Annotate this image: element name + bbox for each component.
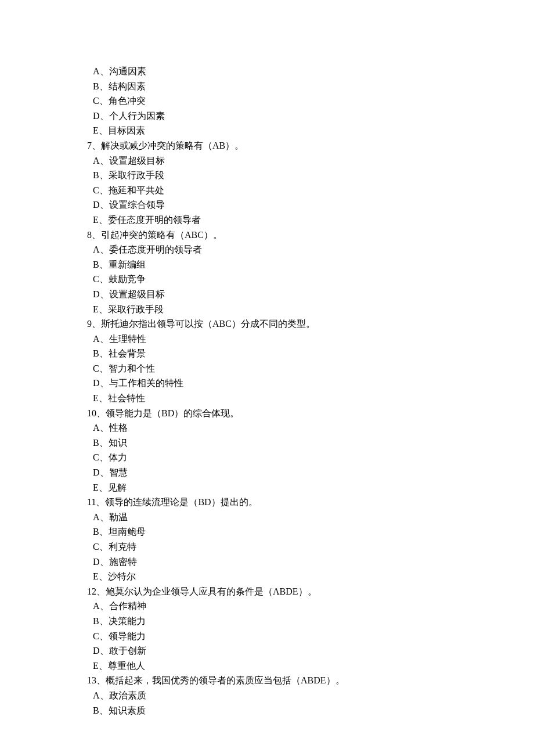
option-text: A、合作精神	[87, 599, 534, 614]
option-text: C、领导能力	[87, 629, 534, 644]
question-text: 12、鲍莫尔认为企业领导人应具有的条件是（ABDE）。	[87, 584, 534, 599]
option-text: C、体力	[87, 450, 534, 465]
option-text: E、见解	[87, 480, 534, 495]
document-content: A、沟通因素 B、结构因素 C、角色冲突 D、个人行为因素 E、目标因素 7、解…	[87, 64, 534, 718]
option-text: B、决策能力	[87, 614, 534, 629]
question-text: 8、引起冲突的策略有（ABC）。	[87, 228, 534, 243]
option-text: D、敢于创新	[87, 643, 534, 658]
option-text: A、性格	[87, 420, 534, 435]
option-text: B、结构因素	[87, 79, 534, 94]
option-text: B、社会背景	[87, 346, 534, 361]
option-text: B、知识素质	[87, 703, 534, 718]
option-text: E、尊重他人	[87, 658, 534, 674]
option-text: B、重新编组	[87, 257, 534, 272]
option-text: D、设置综合领导	[87, 197, 534, 213]
option-text: D、个人行为因素	[87, 109, 534, 124]
option-text: D、设置超级目标	[87, 287, 534, 302]
option-text: A、生理特性	[87, 332, 534, 347]
option-text: E、委任态度开明的领导者	[87, 213, 534, 228]
question-text: 10、领导能力是（BD）的综合体现。	[87, 406, 534, 421]
option-text: D、施密特	[87, 555, 534, 570]
option-text: B、坦南鲍母	[87, 524, 534, 539]
option-text: C、鼓励竞争	[87, 272, 534, 287]
option-text: B、知识	[87, 435, 534, 451]
option-text: C、利克特	[87, 539, 534, 555]
option-text: B、采取行政手段	[87, 168, 534, 183]
option-text: C、拖延和平共处	[87, 183, 534, 198]
option-text: A、委任态度开明的领导者	[87, 242, 534, 257]
option-text: A、政治素质	[87, 688, 534, 703]
question-text: 13、概括起来，我国优秀的领导者的素质应当包括（ABDE）。	[87, 673, 534, 688]
question-text: 9、斯托迪尔指出领导可以按（ABC）分成不同的类型。	[87, 316, 534, 332]
option-text: C、角色冲突	[87, 93, 534, 109]
option-text: E、目标因素	[87, 123, 534, 138]
question-text: 7、解决或减少冲突的策略有（AB）。	[87, 138, 534, 153]
option-text: E、沙特尔	[87, 569, 534, 584]
option-text: E、采取行政手段	[87, 302, 534, 317]
question-text: 11、领导的连续流理论是（BD）提出的。	[87, 495, 534, 510]
option-text: A、沟通因素	[87, 64, 534, 79]
option-text: C、智力和个性	[87, 361, 534, 376]
option-text: D、与工作相关的特性	[87, 376, 534, 391]
option-text: E、社会特性	[87, 391, 534, 406]
option-text: D、智慧	[87, 465, 534, 480]
option-text: A、勒温	[87, 510, 534, 525]
option-text: A、设置超级目标	[87, 153, 534, 168]
